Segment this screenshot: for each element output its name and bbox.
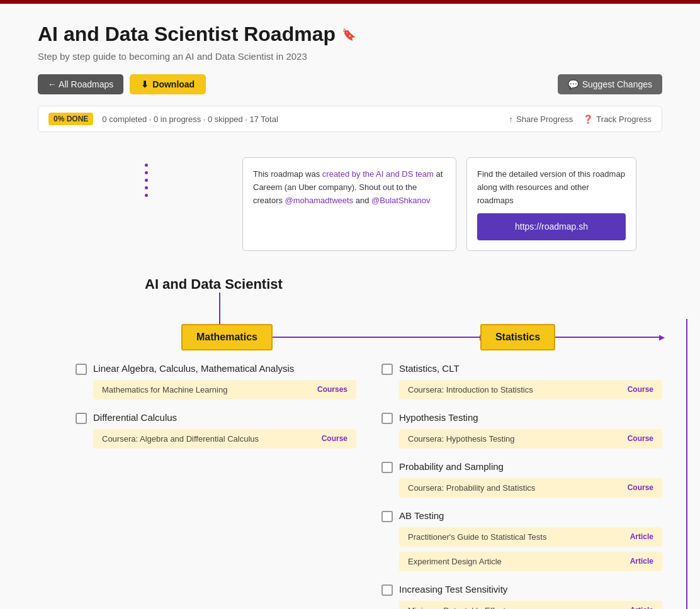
stats-resource-2-0[interactable]: Coursera: Probability and Statistics Cou… bbox=[399, 478, 662, 498]
connector-dot-1 bbox=[145, 164, 148, 167]
roadmap-area: This roadmap was created by the AI and D… bbox=[38, 145, 662, 609]
progress-bar-row: 0% DONE 0 completed · 0 in progress · 0 … bbox=[38, 106, 662, 132]
info-box-left: This roadmap was created by the AI and D… bbox=[242, 157, 456, 251]
stats-resource-1-0[interactable]: Coursera: Hypothesis Testing Course bbox=[399, 429, 662, 449]
math-resource-1-0[interactable]: Coursera: Algebra and Differential Calcu… bbox=[93, 429, 356, 449]
math-item-1: Differential Calculus Coursera: Algebra … bbox=[76, 412, 356, 449]
stats-checkbox-2[interactable] bbox=[381, 462, 393, 473]
stats-label-1: Hypothesis Testing bbox=[399, 412, 478, 423]
download-icon: ⬇ bbox=[141, 79, 149, 89]
statistics-node[interactable]: Statistics bbox=[480, 324, 555, 350]
math-resource-type-1-0: Course bbox=[322, 434, 347, 443]
bulat-link[interactable]: @BulatShkanov bbox=[371, 196, 430, 205]
page-title: AI and Data Scientist Roadmap bbox=[38, 23, 336, 46]
stats-resource-3-1[interactable]: Experiment Design Article Article bbox=[399, 552, 662, 571]
stats-resource-3-0[interactable]: Practitioner's Guide to Statistical Test… bbox=[399, 527, 662, 547]
info-text-1: This roadmap was bbox=[253, 169, 322, 179]
share-progress-button[interactable]: ↑ Share Progress bbox=[509, 115, 573, 124]
stats-resource-type-3-0: Article bbox=[630, 532, 653, 541]
stats-resource-name-3-1: Experiment Design Article bbox=[408, 557, 502, 566]
comment-icon: 💬 bbox=[568, 79, 579, 89]
stats-resource-name-0-0: Coursera: Introduction to Statistics bbox=[408, 385, 533, 394]
connector-dot-3 bbox=[145, 179, 148, 182]
connector-dot-5 bbox=[145, 194, 148, 197]
bookmark-icon[interactable]: 🔖 bbox=[342, 28, 356, 42]
stats-resource-name-2-0: Coursera: Probability and Statistics bbox=[408, 483, 535, 493]
stats-item-2: Probability and Sampling Coursera: Proba… bbox=[381, 461, 662, 498]
stats-resource-type-2-0: Course bbox=[628, 483, 653, 492]
stats-resource-type-4-0: Article bbox=[630, 606, 653, 609]
math-resource-name-1-0: Coursera: Algebra and Differential Calcu… bbox=[102, 434, 259, 444]
math-checkbox-0[interactable] bbox=[76, 364, 87, 375]
action-left: ← All Roadmaps ⬇ Download bbox=[38, 74, 206, 94]
math-label-0: Linear Algebra, Calculus, Mathematical A… bbox=[93, 363, 294, 374]
all-roadmaps-button[interactable]: ← All Roadmaps bbox=[38, 74, 123, 94]
info-box-right: Find the detailed version of this roadma… bbox=[466, 157, 636, 251]
progress-right: ↑ Share Progress ❓ Track Progress bbox=[509, 115, 652, 124]
stats-checkbox-4[interactable] bbox=[381, 584, 393, 596]
stats-label-0: Statistics, CLT bbox=[399, 363, 460, 374]
stats-checklist-col: ▼ Statistics, CLT Coursera: Introduction… bbox=[381, 363, 662, 609]
stats-resource-name-4-0: Minimum Detectable Effect bbox=[408, 606, 505, 609]
connector-dot-2 bbox=[145, 171, 148, 174]
stats-label-2: Probability and Sampling bbox=[399, 461, 504, 472]
created-by-link[interactable]: created by the AI and DS team bbox=[322, 169, 434, 179]
math-item-0: Linear Algebra, Calculus, Mathematical A… bbox=[76, 363, 356, 399]
share-icon: ↑ bbox=[509, 115, 514, 124]
stats-resource-0-0[interactable]: Coursera: Introduction to Statistics Cou… bbox=[399, 380, 662, 399]
stats-label-3: AB Testing bbox=[399, 510, 444, 521]
stats-resource-name-1-0: Coursera: Hypothesis Testing bbox=[408, 434, 515, 444]
mathematics-node[interactable]: Mathematics bbox=[181, 324, 273, 350]
math-resource-0-0[interactable]: Mathematics for Machine Learning Courses bbox=[93, 380, 356, 399]
download-button[interactable]: ⬇ Download bbox=[130, 74, 206, 94]
header-section: AI and Data Scientist Roadmap 🔖 Step by … bbox=[38, 23, 662, 62]
progress-stats: 0 completed · 0 in progress · 0 skipped … bbox=[102, 115, 278, 124]
stats-item-1: Hypothesis Testing Coursera: Hypothesis … bbox=[381, 412, 662, 449]
stats-checkbox-0[interactable] bbox=[381, 364, 393, 375]
stats-item-0: Statistics, CLT Coursera: Introduction t… bbox=[381, 363, 662, 399]
stats-item-4: Increasing Test Sensitivity Minimum Dete… bbox=[381, 584, 662, 609]
roadmap-url[interactable]: https://roadmap.sh bbox=[477, 213, 626, 240]
stats-resource-name-3-0: Practitioner's Guide to Statistical Test… bbox=[408, 532, 546, 542]
stats-checkbox-1[interactable] bbox=[381, 413, 393, 424]
done-badge: 0% DONE bbox=[48, 113, 93, 125]
stats-label-4: Increasing Test Sensitivity bbox=[399, 584, 507, 595]
math-resource-type-0-0: Courses bbox=[317, 385, 347, 394]
track-progress-button[interactable]: ❓ Track Progress bbox=[583, 115, 652, 124]
stats-item-3: AB Testing Practitioner's Guide to Stati… bbox=[381, 510, 662, 571]
track-icon: ❓ bbox=[583, 115, 593, 124]
mohamad-link[interactable]: @mohamadtweets bbox=[285, 196, 354, 205]
stats-resource-type-3-1: Article bbox=[630, 557, 653, 566]
math-checklist-col: Linear Algebra, Calculus, Mathematical A… bbox=[76, 363, 356, 609]
progress-left: 0% DONE 0 completed · 0 in progress · 0 … bbox=[48, 113, 278, 125]
connector-dot-4 bbox=[145, 186, 148, 189]
stats-resource-4-0[interactable]: Minimum Detectable Effect Article bbox=[399, 601, 662, 609]
stats-resource-type-0-0: Course bbox=[628, 385, 653, 394]
info-text-3: and bbox=[356, 196, 371, 205]
math-checkbox-1[interactable] bbox=[76, 413, 87, 424]
stats-checkbox-3[interactable] bbox=[381, 511, 393, 522]
stats-resource-type-1-0: Course bbox=[628, 434, 653, 443]
page-subtitle: Step by step guide to becoming an AI and… bbox=[38, 51, 662, 62]
action-row: ← All Roadmaps ⬇ Download 💬 Suggest Chan… bbox=[38, 74, 662, 94]
math-label-1: Differential Calculus bbox=[93, 412, 177, 423]
ai-node-label: AI and Data Scientist bbox=[145, 276, 283, 293]
math-resource-name-0-0: Mathematics for Machine Learning bbox=[102, 385, 227, 394]
suggest-changes-button[interactable]: 💬 Suggest Changes bbox=[558, 74, 662, 94]
info-right-text: Find the detailed version of this roadma… bbox=[477, 168, 626, 207]
